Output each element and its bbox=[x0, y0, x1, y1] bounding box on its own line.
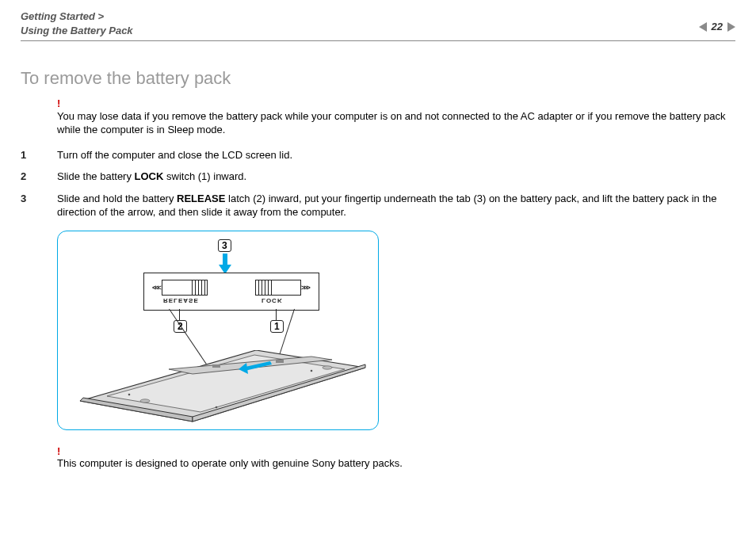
laptop-base-illustration bbox=[74, 350, 367, 423]
chevron-right-icon: >>> bbox=[301, 283, 309, 292]
footnote-text: This computer is designed to operate onl… bbox=[57, 456, 735, 471]
step-text-pre: Slide the battery bbox=[57, 170, 135, 182]
svg-point-7 bbox=[128, 394, 131, 396]
page-number: 22 bbox=[712, 21, 723, 32]
page-title: To remove the battery pack bbox=[21, 68, 735, 89]
chevron-left-icon: <<< bbox=[152, 283, 160, 292]
callout-3: 3 bbox=[218, 239, 231, 252]
lock-switch bbox=[255, 280, 301, 296]
down-arrow-icon bbox=[220, 254, 230, 273]
leader-line bbox=[179, 309, 180, 320]
leader-line bbox=[276, 309, 277, 320]
page-nav: 22 bbox=[699, 10, 735, 32]
release-switch bbox=[162, 280, 208, 296]
svg-rect-6 bbox=[276, 360, 284, 363]
step-text-bold: LOCK bbox=[135, 170, 164, 182]
callout-zoom-box: <<< RELEASE LOCK >>> bbox=[143, 273, 319, 311]
svg-point-11 bbox=[323, 366, 332, 369]
battery-removal-diagram: 3 <<< RELEASE LOCK >>> 2 1 bbox=[57, 231, 379, 430]
svg-point-8 bbox=[311, 370, 313, 372]
steps-list: 1 Turn off the computer and close the LC… bbox=[57, 148, 735, 219]
step-text-pre: Slide and hold the battery bbox=[57, 193, 177, 204]
page-header: Getting Started > Using the Battery Pack… bbox=[21, 10, 735, 41]
step-item: 2 Slide the battery LOCK switch (1) inwa… bbox=[57, 170, 735, 184]
breadcrumb-line2: Using the Battery Pack bbox=[21, 25, 133, 36]
page-body: ! You may lose data if you remove the ba… bbox=[57, 97, 735, 471]
prev-page-icon[interactable] bbox=[699, 22, 707, 32]
svg-point-9 bbox=[216, 406, 218, 409]
lock-label: LOCK bbox=[262, 296, 283, 304]
svg-point-10 bbox=[140, 399, 150, 402]
step-number: 1 bbox=[21, 148, 44, 162]
step-item: 1 Turn off the computer and close the LC… bbox=[57, 148, 735, 162]
release-label: RELEASE bbox=[163, 296, 199, 304]
step-text-bold: RELEASE bbox=[177, 193, 225, 204]
breadcrumb[interactable]: Getting Started > Using the Battery Pack bbox=[21, 10, 699, 37]
step-item: 3 Slide and hold the battery RELEASE lat… bbox=[57, 192, 735, 219]
step-number: 2 bbox=[21, 170, 44, 184]
callout-1: 1 bbox=[270, 320, 284, 333]
step-text-post: switch (1) inward. bbox=[163, 170, 246, 182]
svg-rect-5 bbox=[212, 364, 220, 368]
step-text: Turn off the computer and close the LCD … bbox=[57, 149, 292, 161]
warning-text: You may lose data if you remove the batt… bbox=[57, 109, 735, 137]
step-number: 3 bbox=[21, 192, 44, 206]
breadcrumb-line1: Getting Started > bbox=[21, 10, 104, 22]
next-page-icon[interactable] bbox=[727, 22, 735, 32]
page: Getting Started > Using the Battery Pack… bbox=[0, 0, 756, 534]
